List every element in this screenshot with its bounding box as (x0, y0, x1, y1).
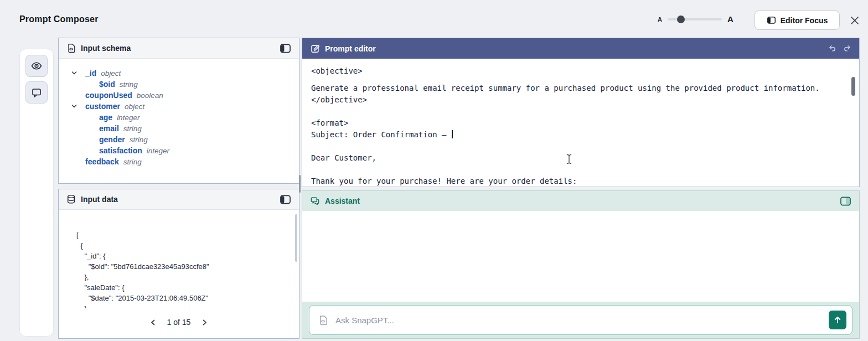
prompt-editor-line: <format> (311, 117, 849, 129)
schema-field-row[interactable]: feedback string (59, 156, 299, 167)
top-bar: Prompt Composer A A Editor Focus (0, 0, 868, 33)
prompt-editor-line: Thank you for your purchase! Here are yo… (311, 175, 849, 187)
schema-field-name: age (99, 113, 112, 122)
pagination: 1 of 15 (59, 315, 299, 329)
schema-field-type: object (125, 102, 144, 111)
eye-icon (30, 60, 43, 72)
database-icon (66, 194, 76, 204)
chevron-down-icon (71, 70, 78, 76)
prompt-editor-title: Prompt editor (325, 44, 376, 53)
schema-field-type: string (123, 158, 142, 166)
prompt-editor-line: Subject: Order Confirmation – (311, 129, 849, 141)
prompt-composer-app: Prompt Composer A A Editor Focus (0, 0, 868, 341)
preview-button[interactable] (25, 55, 48, 77)
json-line: { (76, 240, 299, 251)
schema-field-type: string (130, 136, 148, 144)
arrow-up-icon (833, 316, 842, 324)
collapse-data-panel-icon[interactable] (280, 194, 291, 205)
prompt-editor-textarea[interactable]: <objective> Generate a professional emai… (302, 59, 859, 187)
comments-button[interactable] (25, 81, 48, 104)
schema-field-name: gender (99, 135, 125, 144)
font-size-slider-track[interactable] (668, 18, 722, 20)
schema-field-row[interactable]: satisfaction integer (59, 145, 299, 156)
json-line: "$date": "2015-03-23T21:06:49.506Z" (76, 293, 299, 303)
schema-field-name: feedback (85, 157, 119, 166)
schema-field-row[interactable]: age integer (59, 112, 299, 123)
chevron-down-icon (71, 103, 78, 110)
json-line: "$oid": "5bd761dcae323e45a93ccfe8" (76, 261, 299, 272)
input-data-title: Input data (81, 195, 118, 204)
input-schema-header: Input schema (59, 38, 299, 59)
font-size-small-label: A (658, 16, 662, 23)
file-code-icon (66, 43, 76, 53)
collapse-assistant-panel-icon[interactable] (840, 196, 851, 206)
schema-field-name: customer (85, 102, 120, 111)
next-page-button[interactable] (197, 315, 211, 329)
panel-splitter-handle[interactable] (299, 175, 301, 193)
assistant-header: Assistant (302, 191, 859, 211)
json-line: } (76, 303, 299, 308)
assistant-panel: Assistant (302, 190, 860, 339)
input-data-panel: Input data [ { "_id": { "$oid": "5bd761d… (58, 189, 299, 339)
schema-field-name: satisfaction (99, 146, 142, 155)
schema-field-name: email (99, 124, 119, 133)
json-line: [ (76, 230, 299, 240)
prev-page-button[interactable] (146, 315, 161, 329)
schema-field-row[interactable]: $oid string (59, 79, 299, 90)
editor-focus-button[interactable]: Editor Focus (755, 11, 840, 30)
editor-scrollbar[interactable] (851, 77, 855, 96)
left-toolbar (19, 49, 54, 337)
prompt-editor-line (311, 106, 849, 117)
panel-split-icon (767, 16, 776, 24)
file-code-icon (318, 315, 328, 326)
comment-icon (31, 87, 42, 98)
ask-snapgpt-input[interactable] (335, 316, 821, 325)
input-schema-title: Input schema (81, 44, 131, 53)
json-document-view: [ { "_id": { "$oid": "5bd761dcae323e45a9… (59, 230, 299, 308)
prompt-editor-line: </objective> (311, 94, 849, 106)
schema-field-name: couponUsed (85, 91, 132, 100)
ask-box (309, 305, 852, 335)
json-line: "saleDate": { (76, 282, 299, 293)
schema-field-type: string (120, 80, 138, 89)
collapse-schema-panel-icon[interactable] (280, 43, 291, 54)
schema-field-row[interactable]: customer object (59, 101, 299, 112)
schema-field-row[interactable]: _id object (59, 68, 299, 79)
edit-pencil-icon (310, 44, 320, 54)
input-schema-panel: Input schema _id object (58, 38, 299, 184)
schema-field-row[interactable]: couponUsed boolean (59, 90, 299, 101)
input-data-header: Input data (59, 189, 299, 210)
prompt-editor-panel: Prompt editor <objective> Generate a pro… (302, 38, 860, 187)
assistant-title: Assistant (325, 197, 360, 205)
prompt-editor-line: Generate a professional email receipt su… (311, 82, 849, 94)
prompt-editor-header: Prompt editor (302, 38, 859, 59)
assistant-input-area (302, 302, 859, 338)
prompt-editor-line (311, 141, 849, 152)
schema-tree: _id object $oid string couponUsed (59, 59, 299, 183)
font-size-slider-thumb[interactable] (677, 16, 685, 23)
undo-icon[interactable] (828, 44, 836, 53)
schema-field-type: object (101, 69, 121, 78)
redo-icon[interactable] (843, 44, 851, 53)
chat-bubbles-icon (310, 196, 320, 206)
page-title: Prompt Composer (19, 14, 99, 24)
prompt-editor-line: <objective> (311, 65, 849, 77)
close-icon[interactable] (849, 14, 861, 27)
schema-field-type: integer (117, 113, 140, 122)
data-scrollbar[interactable] (295, 214, 297, 262)
history-controls (828, 44, 851, 53)
schema-field-type: string (123, 125, 142, 133)
font-size-large-label: A (727, 14, 733, 24)
json-line: "_id": { (76, 251, 299, 261)
schema-field-name: _id (85, 69, 96, 78)
page-indicator: 1 of 15 (167, 318, 191, 327)
editor-focus-label: Editor Focus (781, 16, 828, 25)
schema-field-type: integer (147, 147, 169, 155)
prompt-editor-line: Dear Customer, (311, 152, 849, 164)
prompt-editor-line (311, 164, 849, 175)
schema-field-row[interactable]: email string (59, 123, 299, 134)
schema-field-name: $oid (99, 80, 115, 89)
send-button[interactable] (829, 311, 846, 329)
schema-field-type: boolean (137, 91, 163, 100)
schema-field-row[interactable]: gender string (59, 134, 299, 145)
